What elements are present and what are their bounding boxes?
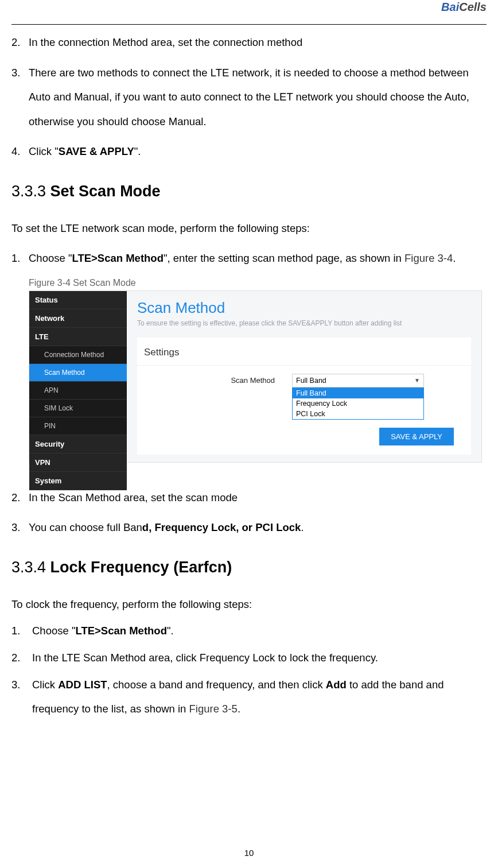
section-title: Set Scan Mode (50, 183, 161, 200)
form-label: Scan Method (137, 374, 275, 385)
sidebar-item-vpn[interactable]: VPN (29, 454, 127, 472)
header-divider (11, 24, 487, 25)
list-number: 2. (11, 646, 29, 671)
chevron-down-icon: ▼ (414, 377, 420, 383)
bold-text: Add (326, 679, 347, 691)
list-text: In the LTE Scan Method area, click Frequ… (29, 646, 487, 671)
section-title: Lock Frequency (Earfcn) (50, 559, 232, 576)
list-text: In the connection Method area, set the c… (29, 30, 487, 55)
select-value: Full Band (296, 377, 326, 385)
settings-box: Settings Scan Method Full Band ▼ Full Ba… (137, 338, 471, 455)
paragraph: To set the LTE network scan mode, perfor… (11, 216, 487, 241)
list-text: Choose "LTE>Scan Method", enter the sett… (29, 246, 487, 271)
list-text: You can choose full Band, Frequency Lock… (29, 516, 487, 540)
page-number: 10 (244, 848, 254, 858)
text: Choose " (29, 252, 72, 264)
bold-text: LTE>Scan Method (72, 252, 164, 264)
figure-screenshot: Status Network LTE Connection Method Sca… (29, 290, 482, 463)
sidebar-item-pin[interactable]: PIN (29, 417, 127, 435)
list-item: 2. In the connection Method area, set th… (11, 30, 487, 55)
bold-text: ADD LIST (58, 679, 107, 691)
section-heading: 3.3.3 Set Scan Mode (11, 183, 487, 200)
list-item: 2. In the LTE Scan Method area, click Fr… (11, 646, 487, 671)
text: . (238, 703, 240, 715)
sidebar-item-security[interactable]: Security (29, 435, 127, 454)
text: Choose " (32, 625, 75, 637)
figure-reference: Figure 3-5 (189, 703, 238, 715)
section-number: 3.3.3 (11, 183, 46, 200)
sidebar: Status Network LTE Connection Method Sca… (29, 291, 127, 462)
section-heading: 3.3.4 Lock Frequency (Earfcn) (11, 559, 487, 576)
sidebar-item-scan-method[interactable]: Scan Method (29, 364, 127, 382)
bold-text: SAVE & APPLY (59, 145, 134, 157)
sidebar-item-lte[interactable]: LTE (29, 328, 127, 346)
text: Click (32, 679, 58, 691)
list-number: 2. (11, 30, 29, 55)
brand-logo: ⌒ BaiCells (441, 1, 487, 14)
panel-hint: To ensure the setting is effective, plea… (137, 319, 471, 327)
bold-text: LTE>Scan Method (75, 625, 167, 637)
sidebar-item-apn[interactable]: APN (29, 382, 127, 400)
list-item: 4. Click "SAVE & APPLY". (11, 140, 487, 164)
section-number: 3.3.4 (11, 559, 46, 576)
list-item: 2. In the Scan Method area, set the scan… (11, 486, 487, 510)
list-item: 1. Choose "LTE>Scan Method", enter the s… (11, 246, 487, 271)
scan-method-select[interactable]: Full Band ▼ (292, 374, 424, 388)
save-apply-button[interactable]: SAVE & APPLY (379, 428, 454, 445)
list-number: 3. (11, 673, 29, 722)
dropdown-option-frequency-lock[interactable]: Frequency Lock (293, 398, 423, 409)
text: , choose a band and frequency, and then … (107, 679, 326, 691)
sidebar-item-status[interactable]: Status (29, 291, 127, 309)
sidebar-item-sim-lock[interactable]: SIM Lock (29, 400, 127, 417)
sidebar-item-network[interactable]: Network (29, 309, 127, 328)
list-number: 3. (11, 516, 29, 540)
bold-text: d, Frequency Lock, or PCI Lock (142, 521, 301, 533)
paragraph: To clock the frequency, perform the foll… (11, 592, 487, 617)
list-text: Choose "LTE>Scan Method". (29, 619, 487, 644)
list-item: 1. Choose "LTE>Scan Method". (11, 619, 487, 644)
dropdown-option-pci-lock[interactable]: PCI Lock (293, 409, 423, 419)
logo-text-bai: Bai (441, 1, 459, 13)
figure-reference: Figure 3-4 (404, 252, 453, 264)
list-item: 3. Click ADD LIST, choose a band and fre… (11, 673, 487, 722)
list-number: 4. (11, 140, 29, 164)
list-number: 1. (11, 619, 29, 644)
logo-arc-icon: ⌒ (458, 0, 467, 8)
list-item: 3. You can choose full Band, Frequency L… (11, 516, 487, 540)
main-panel: Scan Method To ensure the setting is eff… (127, 291, 481, 462)
text: You can choose full Ban (29, 521, 142, 533)
scan-method-dropdown: Full Band Frequency Lock PCI Lock (292, 388, 424, 420)
figure-caption: Figure 3-4 Set Scan Mode (29, 278, 487, 288)
text: ". (134, 145, 141, 157)
panel-title: Scan Method (137, 299, 471, 317)
text: . (301, 521, 304, 533)
list-number: 1. (11, 246, 29, 271)
list-text: Click "SAVE & APPLY". (29, 140, 487, 164)
list-number: 2. (11, 486, 29, 510)
list-item: 3. There are two methods to connect the … (11, 61, 487, 134)
list-text: In the Scan Method area, set the scan mo… (29, 486, 487, 510)
text: . (453, 252, 456, 264)
text: Click " (29, 145, 59, 157)
list-text: Click ADD LIST, choose a band and freque… (29, 673, 487, 722)
list-text: There are two methods to connect the LTE… (29, 61, 487, 134)
sidebar-item-connection-method[interactable]: Connection Method (29, 346, 127, 364)
dropdown-option-full-band[interactable]: Full Band (293, 388, 423, 398)
settings-heading: Settings (137, 347, 471, 366)
form-field: Full Band ▼ Full Band Frequency Lock PCI… (292, 374, 454, 420)
form-row: Scan Method Full Band ▼ Full Band Freque… (137, 366, 471, 420)
list-number: 3. (11, 61, 29, 134)
text: ", enter the setting scan method page, a… (164, 252, 404, 264)
text: ". (167, 625, 174, 637)
